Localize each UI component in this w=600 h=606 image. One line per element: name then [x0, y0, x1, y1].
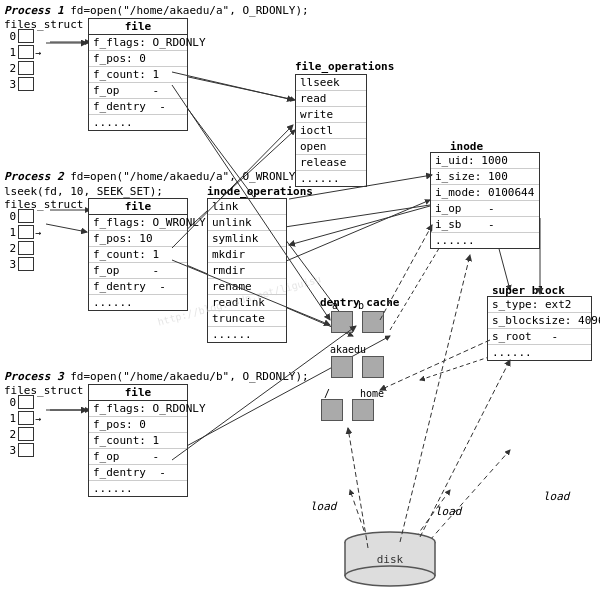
inode-operations-box: link unlink symlink mkdir rmdir rename r…	[207, 198, 287, 343]
svg-line-27	[172, 72, 293, 100]
dentry-row1: a b	[330, 310, 385, 337]
super-block-box: s_type: ext2 s_blocksize: 4096 s_root - …	[487, 296, 592, 361]
inode-box: i_uid: 1000 i_size: 100 i_mode: 0100644 …	[430, 152, 540, 249]
load-label-1: load	[310, 500, 337, 513]
svg-text:disk: disk	[377, 553, 404, 566]
svg-line-3	[170, 73, 295, 100]
dentry-b-label: b	[358, 300, 364, 311]
process2-call2: lseek(fd, 10, SEEK_SET);	[4, 185, 163, 198]
disk-shape: disk	[340, 530, 440, 590]
svg-line-8	[265, 200, 430, 270]
diagram: Process 1 fd=open("/home/akaedu/a", O_RD…	[0, 0, 600, 606]
dentry-row3	[320, 398, 375, 425]
svg-line-10	[265, 205, 430, 230]
dentry-akaedu-label: akaedu	[330, 344, 366, 355]
svg-point-20	[345, 566, 435, 586]
process1-file-box: file f_flags: O_RDONLY f_pos: 0 f_count:…	[88, 18, 188, 131]
load-label-2: load	[435, 505, 462, 518]
process1-files-struct: 0 1→ 2 3	[4, 28, 41, 92]
load-label-3: load	[543, 490, 570, 503]
process3-file-box: file f_flags: O_RDONLY f_pos: 0 f_count:…	[88, 384, 188, 497]
process2-file-box: file f_flags: O_WRONLY f_pos: 10 f_count…	[88, 198, 188, 311]
dentry-a-label: a	[332, 300, 338, 311]
inode-operations-label: inode_operations	[207, 185, 313, 198]
process2-files-struct: 0 1→ 2 3	[4, 208, 41, 272]
svg-line-15	[430, 450, 510, 540]
svg-line-25	[46, 224, 87, 232]
process3-files-struct: 0 1→ 2 3	[4, 394, 41, 458]
svg-line-38	[400, 255, 470, 542]
file-operations-box: llseek read write ioctl open release ...…	[295, 74, 367, 187]
svg-line-39	[420, 360, 510, 537]
process2-label: Process 2 fd=open("/home/akaedu/a", O_WR…	[4, 170, 309, 183]
process3-label: Process 3 fd=open("/home/akaedu/b", O_RD…	[4, 370, 309, 383]
process1-label: Process 1 fd=open("/home/akaedu/a", O_RD…	[4, 4, 309, 17]
svg-line-36	[380, 340, 490, 390]
file-operations-label: file_operations	[295, 60, 394, 73]
dentry-row2	[330, 355, 385, 382]
svg-line-32	[289, 206, 430, 245]
